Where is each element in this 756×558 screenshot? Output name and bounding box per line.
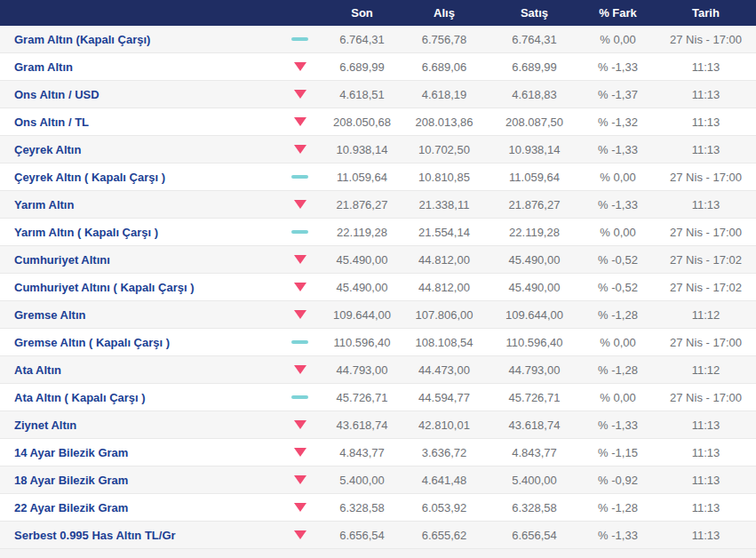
instrument-name-link[interactable]: Cumhuriyet Altını bbox=[0, 253, 275, 267]
tarih-value: 27 Nis - 17:02 bbox=[656, 281, 756, 294]
down-arrow-icon bbox=[294, 503, 306, 512]
satis-value: 4.843,77 bbox=[489, 446, 580, 459]
change-indicator-cell bbox=[275, 395, 324, 399]
satis-value: 44.793,00 bbox=[489, 363, 580, 377]
instrument-name-link[interactable]: 14 Ayar Bilezik Gram bbox=[0, 446, 275, 459]
son-value: 10.938,14 bbox=[324, 143, 400, 156]
alis-value: 10.702,50 bbox=[400, 143, 489, 156]
table-row[interactable]: Serbest 0.995 Has Altın TL/Gr 6.656,54 6… bbox=[0, 522, 756, 549]
fark-value: % -1,33 bbox=[580, 529, 656, 542]
alis-value: 4.641,48 bbox=[400, 474, 489, 487]
tarih-value: 11:13 bbox=[656, 198, 756, 211]
fark-value: % -1,15 bbox=[580, 446, 656, 459]
instrument-name-link[interactable]: Çeyrek Altın bbox=[0, 143, 275, 156]
son-value: 45.490,00 bbox=[324, 281, 400, 294]
instrument-name-link[interactable]: Ata Altın ( Kapalı Çarşı ) bbox=[0, 391, 275, 404]
change-indicator-cell bbox=[275, 503, 324, 512]
table-row[interactable]: Çeyrek Altın ( Kapalı Çarşı ) 11.059,64 … bbox=[0, 163, 756, 191]
alis-value: 6.689,06 bbox=[400, 60, 489, 74]
change-indicator-cell bbox=[275, 175, 324, 179]
down-arrow-icon bbox=[294, 90, 306, 99]
change-indicator-cell bbox=[275, 475, 324, 484]
table-row[interactable]: Ons Altın / TL 208.050,68 208.013,86 208… bbox=[0, 108, 756, 136]
fark-value: % -0,92 bbox=[580, 474, 656, 487]
satis-value: 6.656,54 bbox=[489, 529, 580, 542]
instrument-name-link[interactable]: Gram Altın (Kapalı Çarşı) bbox=[0, 33, 275, 46]
table-row[interactable]: Ziynet Altın 43.618,74 42.810,01 43.618,… bbox=[0, 411, 756, 439]
instrument-name-link[interactable]: Ons Altın / TL bbox=[0, 116, 275, 129]
instrument-name-link[interactable]: Gram Altın bbox=[0, 60, 275, 74]
instrument-name-link[interactable]: Cumhuriyet Altını ( Kapalı Çarşı ) bbox=[0, 281, 275, 294]
tarih-value: 11:13 bbox=[656, 501, 756, 514]
instrument-name-link[interactable]: 18 Ayar Bilezik Gram bbox=[0, 474, 275, 487]
table-row[interactable]: 18 Ayar Bilezik Gram 5.400,00 4.641,48 5… bbox=[0, 466, 756, 494]
table-row[interactable]: Ata Altın ( Kapalı Çarşı ) 45.726,71 44.… bbox=[0, 384, 756, 411]
change-indicator-cell bbox=[275, 310, 324, 319]
table-row[interactable]: Ata Altın 44.793,00 44.473,00 44.793,00 … bbox=[0, 356, 756, 384]
table-row[interactable]: Gram Altın 6.689,99 6.689,06 6.689,99 % … bbox=[0, 53, 756, 81]
column-header-fark: % Fark bbox=[580, 6, 656, 20]
tarih-value: 11:12 bbox=[656, 363, 756, 377]
instrument-name-link[interactable]: 22 Ayar Bilezik Gram bbox=[0, 501, 275, 514]
table-row[interactable]: Gremse Altın ( Kapalı Çarşı ) 110.596,40… bbox=[0, 329, 756, 356]
down-arrow-icon bbox=[294, 145, 306, 154]
column-header-alis: Alış bbox=[400, 6, 489, 20]
change-indicator-cell bbox=[275, 200, 324, 209]
change-indicator-cell bbox=[275, 62, 324, 71]
no-change-dash-icon bbox=[291, 395, 308, 399]
satis-value: 6.328,58 bbox=[489, 501, 580, 514]
instrument-name-link[interactable]: Gremse Altın bbox=[0, 308, 275, 322]
table-row[interactable]: Cumhuriyet Altını 45.490,00 44.812,00 45… bbox=[0, 246, 756, 274]
no-change-dash-icon bbox=[291, 340, 308, 344]
fark-value: % -1,33 bbox=[580, 418, 656, 432]
instrument-name-link[interactable]: Ziynet Altın bbox=[0, 418, 275, 432]
satis-value: 109.644,00 bbox=[489, 308, 580, 322]
son-value: 44.793,00 bbox=[324, 363, 400, 377]
fark-value: % 0,00 bbox=[580, 226, 656, 239]
son-value: 6.764,31 bbox=[324, 33, 400, 46]
table-row[interactable]: Ons Altın / USD 4.618,51 4.618,19 4.618,… bbox=[0, 81, 756, 108]
table-row[interactable]: Çeyrek Altın 10.938,14 10.702,50 10.938,… bbox=[0, 136, 756, 163]
instrument-name-link[interactable]: Ons Altın / USD bbox=[0, 88, 275, 101]
column-header-tarih: Tarih bbox=[656, 6, 756, 20]
son-value: 5.400,00 bbox=[324, 474, 400, 487]
change-indicator-cell bbox=[275, 117, 324, 126]
tarih-value: 27 Nis - 17:02 bbox=[656, 253, 756, 267]
instrument-name-link[interactable]: Yarım Altın ( Kapalı Çarşı ) bbox=[0, 226, 275, 239]
satis-value: 11.059,64 bbox=[489, 171, 580, 184]
satis-value: 5.400,00 bbox=[489, 474, 580, 487]
table-row[interactable]: Yarım Altın ( Kapalı Çarşı ) 22.119,28 2… bbox=[0, 219, 756, 246]
fark-value: % 0,00 bbox=[580, 171, 656, 184]
instrument-name-link[interactable]: Çeyrek Altın ( Kapalı Çarşı ) bbox=[0, 171, 275, 184]
satis-value: 6.689,99 bbox=[489, 60, 580, 74]
instrument-name-link[interactable]: Yarım Altın bbox=[0, 198, 275, 211]
change-indicator-cell bbox=[275, 530, 324, 539]
fark-value: % -1,33 bbox=[580, 198, 656, 211]
tarih-value: 11:13 bbox=[656, 474, 756, 487]
alis-value: 42.810,01 bbox=[400, 418, 489, 432]
down-arrow-icon bbox=[294, 62, 306, 71]
instrument-name-link[interactable]: Ata Altın bbox=[0, 363, 275, 377]
alis-value: 108.108,54 bbox=[400, 336, 489, 349]
change-indicator-cell bbox=[275, 230, 324, 234]
satis-value: 10.938,14 bbox=[489, 143, 580, 156]
table-row[interactable]: Yarım Altın 21.876,27 21.338,11 21.876,2… bbox=[0, 191, 756, 219]
table-row[interactable]: 14 Ayar Bilezik Gram 4.843,77 3.636,72 4… bbox=[0, 439, 756, 466]
fark-value: % -0,52 bbox=[580, 253, 656, 267]
tarih-value: 27 Nis - 17:00 bbox=[656, 391, 756, 404]
down-arrow-icon bbox=[294, 365, 306, 374]
table-row[interactable]: 22 Ayar Bilezik Gram 6.328,58 6.053,92 6… bbox=[0, 494, 756, 522]
table-row[interactable]: Cumhuriyet Altını ( Kapalı Çarşı ) 45.49… bbox=[0, 274, 756, 301]
instrument-name-link[interactable]: Serbest 0.995 Has Altın TL/Gr bbox=[0, 529, 275, 542]
son-value: 45.490,00 bbox=[324, 253, 400, 267]
table-row[interactable]: Gram Altın (Kapalı Çarşı) 6.764,31 6.756… bbox=[0, 26, 756, 53]
satis-value: 208.087,50 bbox=[489, 116, 580, 129]
alis-value: 21.338,11 bbox=[400, 198, 489, 211]
instrument-name-link[interactable]: Gremse Altın ( Kapalı Çarşı ) bbox=[0, 336, 275, 349]
satis-value: 110.596,40 bbox=[489, 336, 580, 349]
son-value: 11.059,64 bbox=[324, 171, 400, 184]
table-row[interactable]: Gremse Altın 109.644,00 107.806,00 109.6… bbox=[0, 301, 756, 329]
change-indicator-cell bbox=[275, 145, 324, 154]
table-body: Gram Altın (Kapalı Çarşı) 6.764,31 6.756… bbox=[0, 26, 756, 549]
son-value: 109.644,00 bbox=[324, 308, 400, 322]
